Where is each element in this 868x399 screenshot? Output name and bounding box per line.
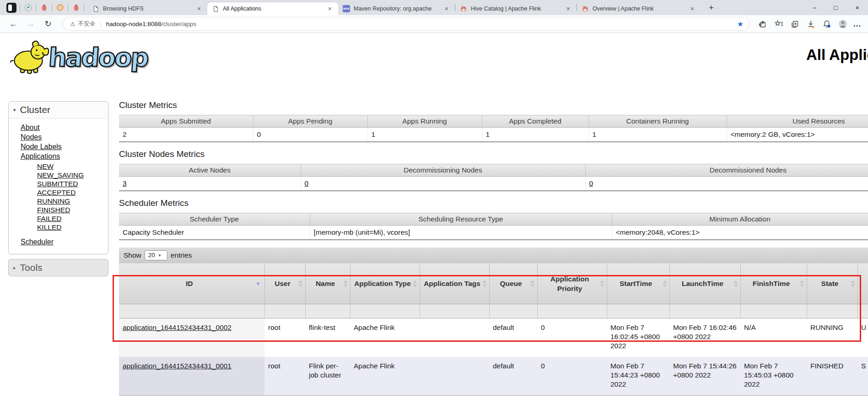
- column-header-queue[interactable]: Queue: [489, 263, 537, 304]
- pinned-tab-icon-4[interactable]: [71, 3, 81, 12]
- back-icon[interactable]: ←: [6, 19, 20, 29]
- active-nodes-link[interactable]: 3: [123, 179, 127, 187]
- sidebar-item-scheduler[interactable]: Scheduler: [21, 238, 108, 246]
- column-filter-cell[interactable]: [740, 304, 807, 318]
- column-header: Containers Running: [588, 115, 727, 128]
- tab-all-applications[interactable]: All Applications ×: [207, 2, 338, 15]
- refresh-icon[interactable]: ↻: [41, 19, 55, 29]
- column-filter-cell[interactable]: [669, 304, 740, 318]
- maximize-button[interactable]: □: [825, 0, 846, 15]
- tab-close-icon[interactable]: ×: [326, 5, 334, 12]
- column-header-application-type[interactable]: Application Type: [350, 263, 420, 304]
- tab-title: Maven Repository: org.apache: [354, 5, 439, 12]
- collections-icon[interactable]: [789, 18, 801, 30]
- tab-actions-icon[interactable]: [6, 3, 16, 13]
- sidebar-item-finished[interactable]: FINISHED: [37, 206, 108, 214]
- column-filter-cell[interactable]: [807, 304, 857, 318]
- decommissioned-nodes-link[interactable]: 0: [589, 179, 593, 187]
- cluster-metrics-heading: Cluster Metrics: [119, 100, 868, 110]
- column-header-user[interactable]: User: [264, 263, 305, 304]
- new-tab-button[interactable]: +: [706, 3, 717, 13]
- tab-close-icon[interactable]: ×: [443, 5, 450, 12]
- pinned-tab-icon-2[interactable]: [39, 3, 49, 12]
- cluster-nodes-metrics-heading: Cluster Nodes Metrics: [119, 149, 868, 159]
- column-header-id[interactable]: ID▼: [119, 263, 264, 304]
- sidebar-item-failed[interactable]: FAILED: [37, 215, 108, 223]
- column-header: Apps Completed: [482, 115, 588, 128]
- sidebar-item-running[interactable]: RUNNING: [37, 197, 108, 205]
- notification-bell-icon[interactable]: [821, 18, 833, 30]
- tab-browsing-hdfs[interactable]: Browsing HDFS ×: [87, 2, 207, 15]
- flink-icon: [460, 5, 467, 12]
- tab-flink-overview[interactable]: Overview | Apache Flink ×: [577, 2, 701, 15]
- finishtime-cell: N/A: [740, 318, 807, 357]
- pinned-tab-icon-3[interactable]: [55, 3, 65, 12]
- column-header-starttime[interactable]: StartTime: [607, 263, 669, 304]
- url-field[interactable]: ⚠ 不安全 | hadoop-node1:8088/cluster/apps ★: [63, 17, 749, 31]
- user-cell: root: [264, 357, 305, 396]
- more-menu-icon[interactable]: …: [853, 19, 862, 29]
- column-filter-cell[interactable]: [489, 304, 537, 318]
- forward-icon[interactable]: →: [24, 19, 38, 29]
- sidebar-item-nodes[interactable]: Nodes: [21, 133, 108, 141]
- tab-title: Browsing HDFS: [103, 5, 192, 12]
- sidebar-item-applications[interactable]: Applications: [21, 152, 108, 161]
- sidebar-cluster-header[interactable]: ▾ Cluster: [9, 102, 108, 119]
- profile-avatar[interactable]: [837, 18, 849, 30]
- type-cell: Apache Flink: [350, 318, 420, 357]
- tab-maven-repository[interactable]: MVN Maven Repository: org.apache ×: [338, 2, 455, 15]
- column-filter-row: [119, 304, 868, 318]
- column-filter-cell[interactable]: [537, 304, 607, 318]
- page-size-value: 20: [148, 252, 155, 259]
- sidebar-tools-header[interactable]: ▸ Tools: [9, 259, 108, 276]
- column-filter-cell[interactable]: [857, 304, 868, 318]
- column-header-application-priority[interactable]: Application Priority: [537, 263, 607, 304]
- column-header-finishtime[interactable]: FinishTime: [740, 263, 807, 304]
- window-controls: − □ ×: [803, 0, 868, 15]
- download-icon[interactable]: [805, 18, 817, 30]
- column-filter-cell[interactable]: [607, 304, 669, 318]
- tab-hive-catalog[interactable]: Hive Catalog | Apache Flink ×: [455, 2, 577, 15]
- window-close-button[interactable]: ×: [846, 0, 868, 15]
- tab-separator: [84, 4, 84, 11]
- page-size-select[interactable]: 20 ▾: [145, 250, 167, 260]
- column-header-finalstatus[interactable]: [857, 263, 868, 304]
- column-header-state[interactable]: State: [807, 263, 857, 304]
- column-header-name[interactable]: Name: [305, 263, 350, 304]
- sidebar-item-node-labels[interactable]: Node Labels: [21, 143, 108, 151]
- tab-close-icon[interactable]: ×: [195, 5, 203, 12]
- sidebar-item-new-saving[interactable]: NEW_SAVING: [37, 171, 108, 179]
- pinned-tab-icon-1[interactable]: [23, 3, 32, 12]
- url-host: hadoop-node1:8088: [106, 21, 162, 27]
- sidebar-item-new[interactable]: NEW: [37, 162, 108, 171]
- column-filter-cell[interactable]: [305, 304, 350, 318]
- table-length-toolbar: Show 20 ▾ entries: [119, 248, 868, 263]
- extensions-icon[interactable]: [757, 18, 769, 30]
- minimize-button[interactable]: −: [803, 0, 825, 15]
- column-filter-cell[interactable]: [350, 304, 420, 318]
- sidebar-item-about[interactable]: About: [21, 124, 108, 132]
- metric-value: 0: [253, 128, 367, 142]
- bookmark-star-icon[interactable]: ★: [737, 20, 744, 28]
- column-filter-cell[interactable]: [119, 304, 264, 318]
- sidebar-item-killed[interactable]: KILLED: [37, 223, 108, 232]
- application-id-link[interactable]: application_1644152434431_0002: [123, 324, 232, 331]
- decommissioning-nodes-link[interactable]: 0: [305, 179, 309, 187]
- sidebar-cluster-box: ▾ Cluster About Nodes Node Labels Applic…: [8, 101, 108, 254]
- tab-close-icon[interactable]: ×: [689, 5, 696, 12]
- metric-value: 0: [301, 177, 585, 191]
- tab-close-icon[interactable]: ×: [565, 5, 572, 12]
- priority-cell: 0: [537, 318, 607, 357]
- maven-icon: MVN: [343, 5, 350, 12]
- metric-value: <memory:2 GB, vCores:1>: [727, 128, 868, 142]
- column-filter-cell[interactable]: [264, 304, 305, 318]
- page-icon: [92, 5, 99, 12]
- sidebar-item-submitted[interactable]: SUBMITTED: [37, 180, 108, 188]
- column-header-launchtime[interactable]: LaunchTime: [669, 263, 740, 304]
- sidebar-item-accepted[interactable]: ACCEPTED: [37, 189, 108, 197]
- column-header-application-tags[interactable]: Application Tags: [420, 263, 489, 304]
- column-filter-cell[interactable]: [420, 304, 489, 318]
- favorites-icon[interactable]: [773, 18, 785, 30]
- queue-cell: default: [489, 357, 537, 396]
- application-id-link[interactable]: application_1644152434431_0001: [123, 362, 232, 370]
